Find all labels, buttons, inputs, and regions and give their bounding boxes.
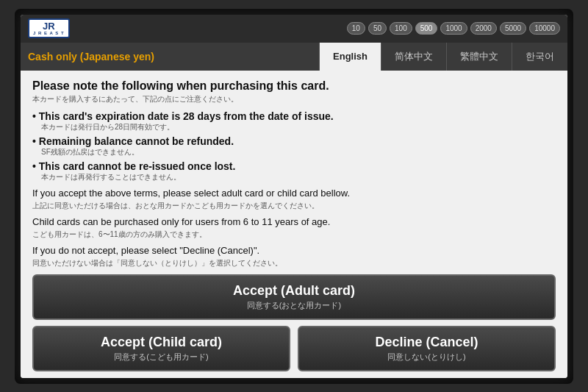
jr-logo: JR J R E A S T [28, 18, 70, 38]
bullet-2-text: • Remaining balance cannot be refunded. [32, 135, 556, 147]
cash-only-label: Cash only (Japanese yen) [28, 43, 319, 71]
notice-section: Please note the following when purchasin… [32, 79, 556, 269]
coin-1000[interactable]: 1000 [440, 22, 467, 35]
coin-500[interactable]: 500 [415, 22, 438, 35]
paragraph2-jp: こども用カードは、6〜11歳の方のみ購入できます。 [32, 229, 556, 240]
accept-child-sub: 同意する(こども用カード) [46, 352, 277, 363]
buttons-area: Accept (Adult card) 同意する(おとな用カード) Accept… [32, 274, 556, 371]
bullet-3: • This card cannot be re-issued once los… [32, 160, 556, 182]
main-title-jp: 本カードを購入するにあたって、下記の点にご注意ください。 [32, 94, 556, 104]
lang-tab-traditional[interactable]: 繁體中文 [446, 43, 512, 71]
bullet-2-jp: SF残額の払戻はできません。 [41, 147, 556, 157]
accept-adult-row: Accept (Adult card) 同意する(おとな用カード) [32, 274, 556, 320]
bullet-2: • Remaining balance cannot be refunded. … [32, 135, 556, 157]
paragraph3: If you do not accept, please select "Dec… [32, 244, 556, 257]
screen: JR J R E A S T 10 50 100 500 1000 2000 5… [21, 15, 567, 378]
bullet-1-jp: 本カードは発行日から28日間有効です。 [41, 122, 556, 132]
bullet-1: • This card's expiration date is 28 days… [32, 110, 556, 132]
screen-bezel: JR J R E A S T 10 50 100 500 1000 2000 5… [15, 9, 573, 384]
top-bar: JR J R E A S T 10 50 100 500 1000 2000 5… [21, 15, 567, 43]
coin-100[interactable]: 100 [390, 22, 412, 35]
bullet-1-text: • This card's expiration date is 28 days… [32, 110, 556, 122]
lang-bar: Cash only (Japanese yen) English 简体中文 繁體… [21, 43, 567, 71]
bullet-3-jp: 本カードは再発行することはできません。 [41, 172, 556, 182]
coin-10[interactable]: 10 [347, 22, 365, 35]
decline-button[interactable]: Decline (Cancel) 同意しない(とりけし) [298, 326, 556, 371]
paragraph2: Child cards can be purchased only for us… [32, 215, 556, 229]
accept-child-button[interactable]: Accept (Child card) 同意する(こども用カード) [32, 326, 290, 371]
coin-buttons: 10 50 100 500 1000 2000 5000 10000 [347, 22, 560, 35]
lang-tabs: English 简体中文 繁體中文 한국어 [319, 43, 567, 71]
coin-5000[interactable]: 5000 [500, 22, 526, 35]
main-title: Please note the following when purchasin… [32, 79, 556, 93]
paragraph1: If you accept the above terms, please se… [32, 187, 556, 200]
accept-child-label: Accept (Child card) [46, 335, 277, 350]
bottom-row: Accept (Child card) 同意する(こども用カード) Declin… [32, 326, 556, 371]
jr-logo-text: JR [43, 21, 55, 31]
lang-tab-simplified[interactable]: 简体中文 [381, 43, 446, 71]
jr-logo-sub: J R E A S T [33, 31, 65, 35]
paragraph1-jp: 上記に同意いただける場合は、おとな用カードかこども用カードかを選んでください。 [32, 201, 556, 211]
accept-adult-label: Accept (Adult card) [46, 283, 542, 299]
bullet-3-text: • This card cannot be re-issued once los… [32, 160, 556, 172]
coin-10000[interactable]: 10000 [529, 22, 560, 35]
coin-50[interactable]: 50 [368, 22, 387, 35]
lang-tab-korean[interactable]: 한국어 [512, 43, 567, 71]
coin-2000[interactable]: 2000 [470, 22, 497, 35]
lang-tab-english[interactable]: English [319, 43, 381, 71]
accept-adult-button[interactable]: Accept (Adult card) 同意する(おとな用カード) [32, 274, 556, 320]
paragraph3-jp: 同意いただけない場合は「同意しない（とりけし）」を選択してください。 [32, 258, 556, 268]
main-content: Please note the following when purchasin… [21, 71, 567, 378]
decline-sub: 同意しない(とりけし) [311, 352, 542, 363]
accept-adult-sub: 同意する(おとな用カード) [46, 300, 542, 311]
decline-label: Decline (Cancel) [311, 335, 542, 350]
